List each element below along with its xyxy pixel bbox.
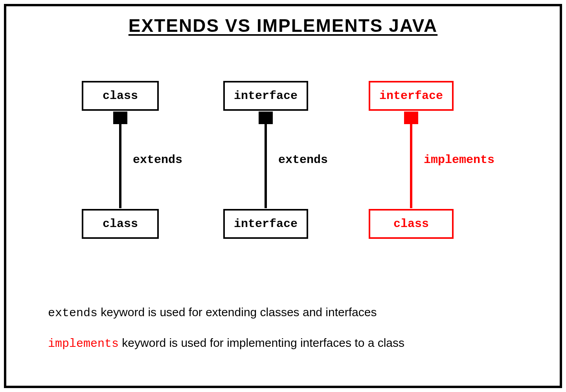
col2-arrow-label: extends bbox=[278, 153, 328, 167]
col3-top-box: interface bbox=[369, 81, 454, 111]
col2-bottom-box: interface bbox=[223, 209, 308, 239]
col3-arrow-shaft bbox=[410, 123, 412, 208]
explanation-extends-text: keyword is used for extending classes an… bbox=[97, 306, 377, 319]
col2-arrow-shaft bbox=[265, 123, 267, 208]
col3-arrow-label: implements bbox=[424, 153, 494, 167]
col3-bottom-box: class bbox=[369, 209, 454, 239]
diagram-frame: EXTENDS VS IMPLEMENTS JAVA class extends… bbox=[4, 4, 562, 388]
col1-arrow-shaft bbox=[119, 123, 121, 208]
explanation-implements: implements keyword is used for implement… bbox=[48, 336, 404, 350]
col3-arrow-head-icon bbox=[404, 112, 418, 124]
col1-bottom-box: class bbox=[82, 209, 159, 239]
col2-top-box: interface bbox=[223, 81, 308, 111]
col1-top-box: class bbox=[82, 81, 159, 111]
col1-arrow-label: extends bbox=[133, 153, 182, 167]
col2-arrow-head-icon bbox=[259, 112, 273, 124]
col1-arrow-head-icon bbox=[113, 112, 127, 124]
explanation-extends: extends keyword is used for extending cl… bbox=[48, 306, 377, 320]
keyword-implements: implements bbox=[48, 337, 119, 350]
diagram-title: EXTENDS VS IMPLEMENTS JAVA bbox=[6, 15, 560, 36]
keyword-extends: extends bbox=[48, 306, 97, 320]
explanation-implements-text: keyword is used for implementing interfa… bbox=[119, 336, 404, 349]
